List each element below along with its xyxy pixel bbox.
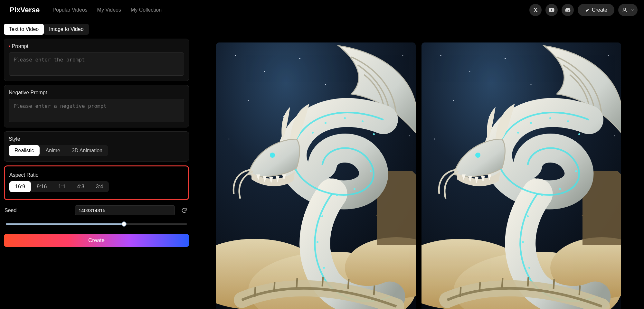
svg-point-62 xyxy=(517,132,519,134)
svg-point-74 xyxy=(475,153,480,158)
aspect-ratio-options: 16:9 9:16 1:1 4:3 3:4 xyxy=(9,181,109,192)
svg-line-78 xyxy=(528,277,528,286)
create-button-label: Create xyxy=(88,237,105,244)
svg-point-65 xyxy=(567,120,569,122)
svg-line-37 xyxy=(297,278,297,288)
svg-point-2 xyxy=(235,55,236,56)
svg-point-27 xyxy=(370,170,372,172)
seed-input[interactable] xyxy=(75,205,175,215)
preview-grid xyxy=(206,42,631,309)
svg-point-70 xyxy=(527,215,529,217)
svg-point-28 xyxy=(354,188,355,190)
seed-refresh-button[interactable] xyxy=(180,206,188,215)
svg-point-44 xyxy=(505,58,506,59)
seed-label: Seed xyxy=(5,208,16,213)
header-create-button[interactable]: Create xyxy=(578,4,614,16)
create-button[interactable]: Create xyxy=(4,234,189,247)
svg-line-38 xyxy=(322,277,323,286)
svg-point-31 xyxy=(317,241,318,243)
aspect-ratio-4-3[interactable]: 4:3 xyxy=(71,181,90,192)
brush-icon xyxy=(585,8,589,12)
svg-point-64 xyxy=(549,117,551,119)
svg-point-42 xyxy=(440,55,441,56)
refresh-icon xyxy=(181,207,187,214)
svg-point-68 xyxy=(559,188,561,190)
preview-thumbnail-2[interactable] xyxy=(421,42,621,309)
svg-point-72 xyxy=(528,267,530,269)
svg-point-9 xyxy=(248,100,249,101)
x-icon[interactable] xyxy=(529,4,542,16)
svg-point-24 xyxy=(344,117,346,119)
style-label: Style xyxy=(9,136,184,142)
svg-point-17 xyxy=(409,136,410,136)
svg-point-29 xyxy=(336,194,338,196)
user-icon xyxy=(621,6,629,14)
svg-line-75 xyxy=(460,287,461,297)
svg-point-63 xyxy=(530,122,532,124)
preview-area xyxy=(193,20,644,309)
svg-point-48 xyxy=(608,55,609,56)
slider-fill xyxy=(6,223,125,225)
svg-point-25 xyxy=(362,120,364,122)
svg-point-45 xyxy=(531,84,532,85)
brand-logo[interactable]: PixVerse xyxy=(10,6,40,14)
caret-down-icon xyxy=(630,8,634,12)
svg-point-43 xyxy=(469,71,470,72)
user-menu[interactable] xyxy=(618,4,638,16)
style-options: Realistic Anime 3D Animation xyxy=(9,145,108,156)
prompt-label: •Prompt xyxy=(9,43,184,49)
nav-my-videos[interactable]: My Videos xyxy=(97,7,121,13)
svg-point-8 xyxy=(402,55,403,56)
prompt-label-text: Prompt xyxy=(12,43,29,49)
svg-line-35 xyxy=(255,287,255,297)
svg-line-77 xyxy=(502,278,503,288)
style-panel: Style Realistic Anime 3D Animation xyxy=(4,131,189,162)
seed-slider[interactable] xyxy=(5,220,188,228)
svg-point-71 xyxy=(522,241,524,243)
style-option-anime[interactable]: Anime xyxy=(40,145,66,156)
svg-point-26 xyxy=(373,133,375,135)
style-option-realistic[interactable]: Realistic xyxy=(9,145,40,156)
svg-point-49 xyxy=(453,100,454,101)
seed-panel: Seed xyxy=(4,204,189,229)
tab-image-to-video[interactable]: Image to Video xyxy=(44,24,89,35)
svg-point-34 xyxy=(270,153,275,158)
mode-tabs: Text to Video Image to Video xyxy=(4,24,189,35)
slider-thumb[interactable] xyxy=(121,221,127,227)
aspect-ratio-9-16[interactable]: 9:16 xyxy=(31,181,52,192)
svg-point-69 xyxy=(541,194,543,196)
prompt-panel: •Prompt xyxy=(4,39,189,81)
aspect-ratio-3-4[interactable]: 3:4 xyxy=(90,181,109,192)
header-create-label: Create xyxy=(592,7,607,13)
svg-point-0 xyxy=(624,8,626,10)
discord-icon[interactable] xyxy=(562,4,574,16)
svg-point-3 xyxy=(264,71,265,72)
svg-point-4 xyxy=(299,58,300,59)
svg-line-40 xyxy=(374,286,374,295)
svg-line-79 xyxy=(554,279,554,289)
youtube-icon[interactable] xyxy=(545,4,558,16)
nav-my-collection[interactable]: My Collection xyxy=(131,7,162,13)
prompt-input[interactable] xyxy=(9,52,184,76)
svg-point-14 xyxy=(229,139,230,140)
svg-point-67 xyxy=(575,170,577,172)
aspect-ratio-16-9[interactable]: 16:9 xyxy=(9,181,31,192)
aspect-ratio-panel: Aspect Ratio 16:9 9:16 1:1 4:3 3:4 xyxy=(4,165,189,200)
svg-point-54 xyxy=(434,139,435,140)
seed-row: Seed xyxy=(5,205,188,215)
style-option-3d-animation[interactable]: 3D Animation xyxy=(66,145,108,156)
svg-point-57 xyxy=(614,136,615,136)
nav-popular-videos[interactable]: Popular Videos xyxy=(52,7,87,13)
svg-line-80 xyxy=(579,286,580,295)
negative-prompt-label: Negative Prompt xyxy=(9,90,184,96)
svg-line-36 xyxy=(274,282,275,292)
aspect-ratio-label: Aspect Ratio xyxy=(9,172,184,178)
preview-thumbnail-1[interactable] xyxy=(216,42,416,309)
svg-point-32 xyxy=(323,267,325,269)
app-header: PixVerse Popular Videos My Videos My Col… xyxy=(0,0,644,20)
negative-prompt-input[interactable] xyxy=(9,99,184,122)
svg-point-30 xyxy=(321,215,323,217)
aspect-ratio-1-1[interactable]: 1:1 xyxy=(52,181,71,192)
negative-prompt-panel: Negative Prompt xyxy=(4,85,189,127)
tab-text-to-video[interactable]: Text to Video xyxy=(4,24,44,35)
